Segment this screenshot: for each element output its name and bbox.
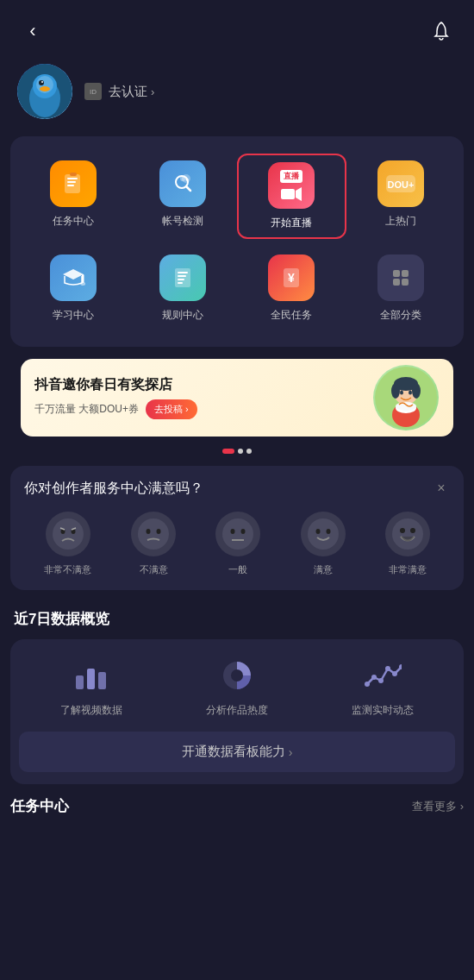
- svg-text:DOU+: DOU+: [387, 179, 414, 190]
- svg-text:¥: ¥: [288, 271, 295, 285]
- data-grid: 了解视频数据 分析作品热度: [19, 656, 455, 718]
- live-icon-inner: 直播: [280, 170, 302, 202]
- emoji-face-4: [301, 512, 346, 556]
- svg-point-69: [392, 671, 397, 676]
- emoji-face-5: [385, 512, 430, 556]
- menu-label-hot: 上热门: [385, 214, 416, 229]
- mission-icon-wrap: ¥: [268, 254, 315, 301]
- back-button[interactable]: ‹: [17, 16, 48, 47]
- svg-point-41: [409, 391, 412, 395]
- svg-rect-27: [178, 282, 183, 284]
- learn-icon-wrap: [50, 254, 97, 301]
- emoji-very-satisfied[interactable]: 非常满意: [385, 512, 430, 576]
- svg-point-44: [53, 518, 84, 550]
- svg-rect-30: [393, 270, 400, 277]
- data-item-hot[interactable]: 分析作品热度: [206, 656, 268, 718]
- banner-dot-2: [238, 449, 243, 454]
- svg-rect-24: [178, 272, 188, 273]
- camera-svg: [280, 186, 302, 202]
- svg-point-5: [41, 81, 43, 83]
- menu-item-rule[interactable]: 规则中心: [128, 248, 238, 330]
- line-chart-icon: [364, 656, 402, 694]
- menu-item-learn[interactable]: 学习中心: [19, 248, 128, 330]
- survey-title: 你对创作者服务中心满意吗？: [24, 480, 450, 498]
- data-cta-button[interactable]: 开通数据看板能力 ›: [19, 732, 455, 772]
- svg-point-66: [371, 675, 377, 680]
- svg-rect-62: [98, 672, 106, 689]
- avatar[interactable]: [17, 64, 72, 119]
- menu-item-task[interactable]: 任务中心: [19, 154, 128, 239]
- live-badge: 直播: [280, 170, 302, 183]
- face-svg-2: [136, 517, 171, 551]
- data-label-hot: 分析作品热度: [206, 703, 268, 718]
- emoji-neutral[interactable]: 一般: [215, 512, 260, 576]
- svg-rect-21: [82, 274, 84, 283]
- verify-link[interactable]: 去认证 ›: [109, 84, 154, 100]
- line-chart-svg: [364, 660, 402, 691]
- emoji-very-dissatisfied[interactable]: 非常不满意: [44, 512, 91, 576]
- svg-point-14: [185, 179, 188, 181]
- user-section: ID 去认证 ›: [0, 55, 474, 136]
- data-card: 了解视频数据 分析作品热度: [10, 639, 464, 784]
- svg-point-59: [410, 528, 415, 533]
- svg-point-6: [40, 86, 50, 91]
- id-text: ID: [90, 88, 97, 96]
- svg-point-48: [147, 529, 151, 534]
- menu-item-live[interactable]: 直播 开始直播: [237, 154, 346, 239]
- back-icon: ‹: [29, 20, 35, 42]
- menu-item-hot[interactable]: DOU+ 上热门: [346, 154, 456, 239]
- banner-dot-3: [246, 449, 252, 454]
- emoji-dissatisfied[interactable]: 不满意: [131, 512, 176, 576]
- menu-item-mission[interactable]: ¥ 全民任务: [237, 248, 346, 330]
- rule-icon-wrap: [159, 254, 206, 301]
- avatar-svg: [17, 64, 72, 119]
- svg-point-64: [231, 669, 243, 682]
- rule-icon: [171, 266, 195, 290]
- data-item-monitor[interactable]: 监测实时动态: [352, 656, 414, 718]
- emoji-row: 非常不满意 不满意 一般: [24, 512, 450, 576]
- banner-wrapper: 抖音邀你春日有奖探店 千万流量 大额DOU+券 去投稿 ›: [10, 359, 464, 454]
- menu-grid: 任务中心 帐号检测 直播: [19, 154, 455, 330]
- cta-arrow-icon: ›: [289, 745, 293, 759]
- svg-rect-26: [178, 279, 184, 280]
- data-item-video[interactable]: 了解视频数据: [60, 656, 122, 718]
- cta-label: 开通数据看板能力: [182, 744, 285, 760]
- svg-point-54: [308, 518, 339, 550]
- menu-label-mission: 全民任务: [271, 308, 312, 323]
- svg-rect-25: [178, 275, 186, 277]
- check-icon-wrap: [159, 160, 206, 207]
- avatar-image: [17, 64, 72, 119]
- banner-dots: [10, 449, 464, 454]
- svg-point-22: [81, 282, 86, 286]
- svg-rect-11: [70, 173, 77, 176]
- svg-point-38: [391, 383, 400, 399]
- menu-label-all: 全部分类: [380, 308, 421, 323]
- face-svg-1: [51, 517, 85, 551]
- banner-illustration: [367, 363, 445, 432]
- menu-item-check[interactable]: 帐号检测: [128, 154, 238, 239]
- notification-button[interactable]: [426, 16, 457, 47]
- check-icon: [171, 172, 195, 196]
- svg-point-4: [39, 80, 44, 85]
- data-label-monitor: 监测实时动态: [352, 703, 414, 718]
- live-icon-wrap: 直播: [268, 162, 315, 209]
- banner[interactable]: 抖音邀你春日有奖探店 千万流量 大额DOU+券 去投稿 ›: [21, 359, 453, 437]
- face-svg-3: [221, 517, 255, 551]
- menu-card: 任务中心 帐号检测 直播: [10, 136, 464, 347]
- survey-close-button[interactable]: ×: [431, 478, 452, 499]
- emoji-label-1: 非常不满意: [44, 563, 91, 576]
- emoji-satisfied[interactable]: 满意: [301, 512, 346, 576]
- svg-marker-18: [296, 187, 302, 201]
- banner-title: 抖音邀你春日有奖探店: [34, 376, 197, 394]
- data-overview-header: 近7日数据概览: [0, 609, 474, 629]
- tasks-more-button[interactable]: 查看更多 ›: [412, 799, 464, 814]
- menu-label-task: 任务中心: [53, 214, 94, 229]
- data-label-video: 了解视频数据: [60, 703, 122, 718]
- data-overview-title: 近7日数据概览: [14, 609, 109, 629]
- menu-item-all[interactable]: 全部分类: [346, 248, 456, 330]
- svg-point-56: [326, 529, 330, 534]
- banner-cta-button[interactable]: 去投稿 ›: [146, 399, 197, 419]
- bell-icon: [431, 21, 452, 41]
- svg-point-57: [392, 518, 423, 550]
- emoji-face-3: [215, 512, 260, 556]
